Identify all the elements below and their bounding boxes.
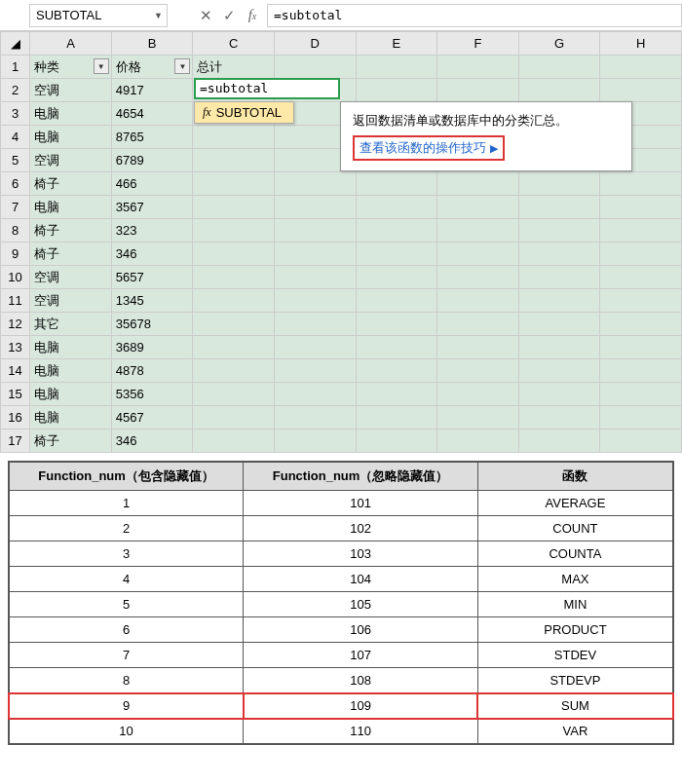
cell[interactable]: 4654: [111, 102, 193, 126]
row-header[interactable]: 10: [1, 266, 30, 289]
cell[interactable]: [437, 383, 519, 406]
col-header-G[interactable]: G: [518, 32, 600, 56]
cell[interactable]: [518, 429, 600, 453]
row-header[interactable]: 3: [1, 102, 30, 126]
cell[interactable]: [518, 56, 600, 79]
cell[interactable]: [518, 172, 600, 196]
cell[interactable]: [356, 359, 437, 383]
formula-input[interactable]: =subtotal: [267, 4, 682, 27]
cell[interactable]: [518, 406, 600, 429]
row-header[interactable]: 6: [1, 172, 30, 196]
cell[interactable]: [274, 56, 356, 79]
cell[interactable]: [193, 336, 275, 359]
cell[interactable]: 椅子: [30, 243, 112, 266]
cell[interactable]: [600, 336, 682, 359]
cell[interactable]: [193, 219, 275, 243]
cell[interactable]: [193, 196, 275, 219]
cell[interactable]: [274, 406, 356, 429]
cell[interactable]: 8765: [111, 126, 193, 149]
cell[interactable]: 种类▼: [30, 56, 112, 79]
cell[interactable]: [193, 172, 275, 196]
cell[interactable]: [518, 336, 600, 359]
cell[interactable]: [274, 196, 356, 219]
cell[interactable]: 电脑: [30, 196, 112, 219]
filter-button[interactable]: ▼: [174, 58, 190, 74]
row-header[interactable]: 7: [1, 196, 30, 219]
cell[interactable]: [356, 219, 437, 243]
cell[interactable]: [274, 429, 356, 453]
cell[interactable]: [518, 243, 600, 266]
cell[interactable]: 35678: [111, 313, 193, 336]
cell[interactable]: 466: [111, 172, 193, 196]
cell[interactable]: 电脑: [30, 359, 112, 383]
cell[interactable]: 电脑: [30, 406, 112, 429]
cell[interactable]: [518, 383, 600, 406]
cell[interactable]: 空调: [30, 266, 112, 289]
col-header-F[interactable]: F: [437, 32, 519, 56]
row-header[interactable]: 2: [1, 79, 30, 102]
cell[interactable]: [274, 383, 356, 406]
cell[interactable]: [356, 172, 437, 196]
cell[interactable]: 价格▼: [111, 56, 193, 79]
cell[interactable]: [518, 313, 600, 336]
cell[interactable]: 总计: [193, 56, 275, 79]
cell[interactable]: 电脑: [30, 383, 112, 406]
cell[interactable]: 电脑: [30, 336, 112, 359]
col-header-H[interactable]: H: [600, 32, 682, 56]
cell[interactable]: [193, 266, 275, 289]
grid[interactable]: ◢ A B C D E F G H 1种类▼价格▼总计2空调49173电脑465…: [0, 31, 682, 453]
cell[interactable]: [274, 313, 356, 336]
cell[interactable]: [518, 289, 600, 313]
cancel-icon[interactable]: ✕: [197, 7, 214, 24]
cell[interactable]: [518, 79, 600, 102]
row-header[interactable]: 5: [1, 149, 30, 172]
cell[interactable]: [600, 429, 682, 453]
cell[interactable]: [600, 359, 682, 383]
cell[interactable]: 346: [111, 429, 193, 453]
cell[interactable]: [356, 243, 437, 266]
cell[interactable]: 电脑: [30, 126, 112, 149]
cell[interactable]: 椅子: [30, 172, 112, 196]
row-header[interactable]: 13: [1, 336, 30, 359]
cell[interactable]: [437, 429, 519, 453]
cell[interactable]: 4917: [111, 79, 193, 102]
cell[interactable]: [193, 126, 275, 149]
row-header[interactable]: 8: [1, 219, 30, 243]
cell[interactable]: [437, 289, 519, 313]
cell[interactable]: [518, 196, 600, 219]
cell[interactable]: [600, 243, 682, 266]
cell[interactable]: [356, 336, 437, 359]
cell[interactable]: [600, 383, 682, 406]
cell[interactable]: 6789: [111, 149, 193, 172]
cell[interactable]: [600, 313, 682, 336]
row-header[interactable]: 17: [1, 429, 30, 453]
row-header[interactable]: 16: [1, 406, 30, 429]
cell-editor[interactable]: =subtotal: [194, 78, 340, 99]
cell[interactable]: [437, 243, 519, 266]
filter-button[interactable]: ▼: [94, 58, 109, 74]
cell[interactable]: [600, 289, 682, 313]
cell[interactable]: [193, 383, 275, 406]
cell[interactable]: [193, 359, 275, 383]
cell[interactable]: [274, 336, 356, 359]
tooltip-help-link[interactable]: 查看该函数的操作技巧 ▶: [353, 135, 505, 161]
cell[interactable]: [600, 196, 682, 219]
cell[interactable]: 4567: [111, 406, 193, 429]
name-box[interactable]: SUBTOTAL ▼: [29, 4, 168, 27]
cell[interactable]: 4878: [111, 359, 193, 383]
cell[interactable]: [356, 196, 437, 219]
row-header[interactable]: 9: [1, 243, 30, 266]
cell[interactable]: [356, 266, 437, 289]
cell[interactable]: [274, 243, 356, 266]
cell[interactable]: [356, 313, 437, 336]
cell[interactable]: [437, 56, 519, 79]
cell[interactable]: [274, 266, 356, 289]
row-header[interactable]: 12: [1, 313, 30, 336]
cell[interactable]: [193, 289, 275, 313]
col-header-D[interactable]: D: [274, 32, 356, 56]
cell[interactable]: 空调: [30, 149, 112, 172]
cell[interactable]: 5657: [111, 266, 193, 289]
cell[interactable]: 椅子: [30, 429, 112, 453]
cell[interactable]: [274, 219, 356, 243]
cell[interactable]: [356, 56, 437, 79]
